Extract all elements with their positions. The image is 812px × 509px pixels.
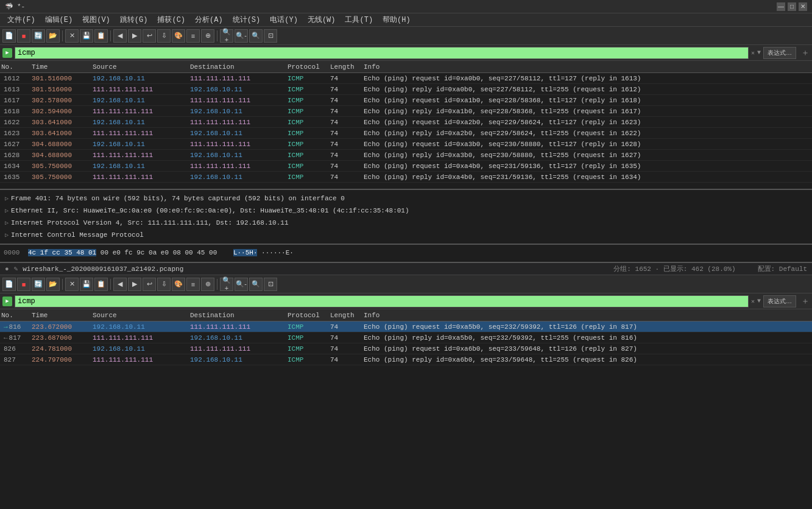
menu-stats[interactable]: 统计(S): [228, 13, 266, 26]
minimize-button[interactable]: —: [777, 2, 785, 11]
toolbar2-scroll[interactable]: ⇩: [157, 278, 171, 291]
menu-phone[interactable]: 电话(Y): [265, 13, 303, 26]
detail-rows-container: ▷Frame 401: 74 bytes on wire (592 bits),…: [0, 192, 812, 241]
cell-dst: 111.111.111.111: [189, 119, 286, 126]
cell-proto: ICMP: [286, 141, 329, 148]
table-row[interactable]: 1628 304.688000 111.111.111.111 192.168.…: [0, 150, 812, 161]
table-row[interactable]: 1634 305.750000 192.168.10.11 111.111.11…: [0, 161, 812, 172]
toolbar2-restart[interactable]: 🔄: [32, 278, 45, 291]
toolbar2-open[interactable]: 📂: [46, 278, 60, 291]
col-header-no-2: No.: [0, 312, 30, 319]
detail-row[interactable]: ▷Frame 401: 74 bytes on wire (592 bits),…: [0, 192, 812, 205]
cell-info: Echo (ping) reply id=0xa6b0, seq=233/596…: [362, 356, 812, 363]
cell-dst: 192.168.10.11: [189, 174, 286, 181]
detail-row[interactable]: ▷Ethernet II, Src: HuaweiTe_9c:0a:e0 (00…: [0, 205, 812, 217]
toolbar-colorize[interactable]: 🎨: [172, 29, 185, 43]
cell-proto: ICMP: [286, 75, 329, 82]
table-row[interactable]: 1613 301.516000 111.111.111.111 192.168.…: [0, 84, 812, 95]
detail-row[interactable]: ▷Internet Protocol Version 4, Src: 111.1…: [0, 217, 812, 229]
cell-time: 303.641000: [30, 130, 91, 137]
toolbar-forward[interactable]: ▶: [128, 29, 141, 43]
menu-view[interactable]: 视图(V): [77, 13, 115, 26]
cell-src: 192.168.10.11: [91, 141, 189, 148]
cell-len: 74: [329, 345, 362, 353]
toolbar2-new[interactable]: 📄: [2, 278, 16, 291]
filter-add-1[interactable]: ＋: [801, 47, 810, 58]
table-row[interactable]: 1622 303.641000 192.168.10.11 111.111.11…: [0, 117, 812, 128]
cell-dst: 192.168.10.11: [189, 334, 286, 342]
menu-goto[interactable]: 跳转(G): [115, 13, 153, 26]
menu-file[interactable]: 文件(F): [2, 13, 40, 26]
toolbar-stop[interactable]: ■: [17, 29, 30, 43]
toolbar-zoom-in[interactable]: 🔍+: [220, 29, 233, 43]
packet-stats: 分组: 1652 · 已显示: 462 (28.0%): [613, 264, 735, 273]
toolbar2-back[interactable]: ◀: [113, 278, 127, 291]
maximize-button[interactable]: □: [788, 2, 796, 11]
toolbar2-toggle[interactable]: ≡: [186, 278, 200, 291]
toolbar-zoom-out[interactable]: 🔍-: [235, 29, 248, 43]
table-row[interactable]: 1627 304.688000 192.168.10.11 111.111.11…: [0, 139, 812, 150]
table-row[interactable]: →816 223.672000 192.168.10.11 111.111.11…: [0, 321, 812, 332]
cell-info: Echo (ping) request id=0xa3b0, seq=230/5…: [362, 141, 812, 148]
toolbar2-goto[interactable]: ↩: [143, 278, 156, 291]
table-row[interactable]: 1612 301.516000 192.168.10.11 111.111.11…: [0, 73, 812, 84]
toolbar2-colorize[interactable]: 🎨: [172, 278, 185, 291]
cell-len: 74: [329, 86, 362, 93]
cell-no: 826: [0, 345, 30, 353]
filter-expr-btn-2[interactable]: 表达式…: [763, 295, 796, 307]
cell-time: 224.781000: [30, 345, 91, 353]
table-row[interactable]: 1635 305.750000 111.111.111.111 192.168.…: [0, 172, 812, 183]
toolbar-zoom-reset[interactable]: 🔍: [249, 29, 263, 43]
toolbar2-close[interactable]: ✕: [65, 278, 79, 291]
filter-x-1[interactable]: ✕: [751, 49, 755, 57]
menu-tools[interactable]: 工具(T): [340, 13, 378, 26]
toolbar2-expand[interactable]: ⊕: [201, 278, 214, 291]
filter-input-2[interactable]: [15, 295, 749, 307]
table-row[interactable]: ←817 223.687000 111.111.111.111 192.168.…: [0, 332, 812, 343]
cell-proto: ICMP: [286, 119, 329, 126]
toolbar2-stop[interactable]: ■: [17, 278, 30, 291]
toolbar2-zoom-out[interactable]: 🔍-: [235, 278, 248, 291]
col-header-src-1: Source: [91, 63, 189, 71]
toolbar-scroll[interactable]: ⇩: [157, 29, 171, 43]
table-row[interactable]: 1618 302.594000 111.111.111.111 192.168.…: [0, 106, 812, 117]
cell-time: 302.578000: [30, 97, 91, 104]
detail-text: Frame 401: 74 bytes on wire (592 bits), …: [11, 195, 345, 202]
toolbar-restart[interactable]: 🔄: [32, 29, 45, 43]
filter-x-2[interactable]: ✕: [751, 298, 755, 305]
table-row[interactable]: 827 224.797000 111.111.111.111 192.168.1…: [0, 354, 812, 365]
filter-expr-btn-1[interactable]: 表达式…: [763, 47, 796, 59]
toolbar2-zoom-fit[interactable]: ⊡: [264, 278, 277, 291]
toolbar2-save[interactable]: 💾: [80, 278, 93, 291]
toolbar-back[interactable]: ◀: [113, 29, 127, 43]
menu-edit[interactable]: 编辑(E): [40, 13, 78, 26]
table-row[interactable]: 1623 303.641000 111.111.111.111 192.168.…: [0, 128, 812, 139]
toolbar-zoom-fit[interactable]: ⊡: [264, 29, 277, 43]
detail-row[interactable]: ▷Internet Control Message Protocol: [0, 229, 812, 241]
menu-help[interactable]: 帮助(H): [378, 13, 415, 26]
menu-wireless[interactable]: 无线(W): [303, 13, 341, 26]
cell-src: 192.168.10.11: [91, 345, 189, 353]
menu-capture[interactable]: 捕获(C): [152, 13, 190, 26]
toolbar-toggle[interactable]: ≡: [186, 29, 200, 43]
toolbar-save-filter[interactable]: 📋: [94, 29, 108, 43]
toolbar-expand[interactable]: ⊕: [201, 29, 214, 43]
toolbar-close[interactable]: ✕: [65, 29, 79, 43]
menu-analyze[interactable]: 分析(A): [190, 13, 228, 26]
table-row[interactable]: 826 224.781000 192.168.10.11 111.111.111…: [0, 343, 812, 354]
toolbar2-zoom-in[interactable]: 🔍+: [220, 278, 233, 291]
packet-list-1-container: No. Time Source Destination Protocol Len…: [0, 61, 812, 189]
toolbar-open[interactable]: 📂: [46, 29, 60, 43]
toolbar2-forward[interactable]: ▶: [128, 278, 141, 291]
toolbar2-zoom-reset[interactable]: 🔍: [249, 278, 263, 291]
toolbar-save[interactable]: 💾: [80, 29, 93, 43]
filter-input-1[interactable]: [15, 47, 749, 59]
filter-bookmark-1[interactable]: ▼: [757, 49, 761, 56]
toolbar-goto[interactable]: ↩: [143, 29, 156, 43]
table-row[interactable]: 1617 302.578000 192.168.10.11 111.111.11…: [0, 95, 812, 106]
close-button[interactable]: ✕: [799, 2, 807, 11]
filter-add-2[interactable]: ＋: [801, 296, 810, 307]
filter-bookmark-2[interactable]: ▼: [757, 298, 761, 304]
toolbar2-copy[interactable]: 📋: [94, 278, 108, 291]
toolbar-new[interactable]: 📄: [2, 29, 16, 43]
